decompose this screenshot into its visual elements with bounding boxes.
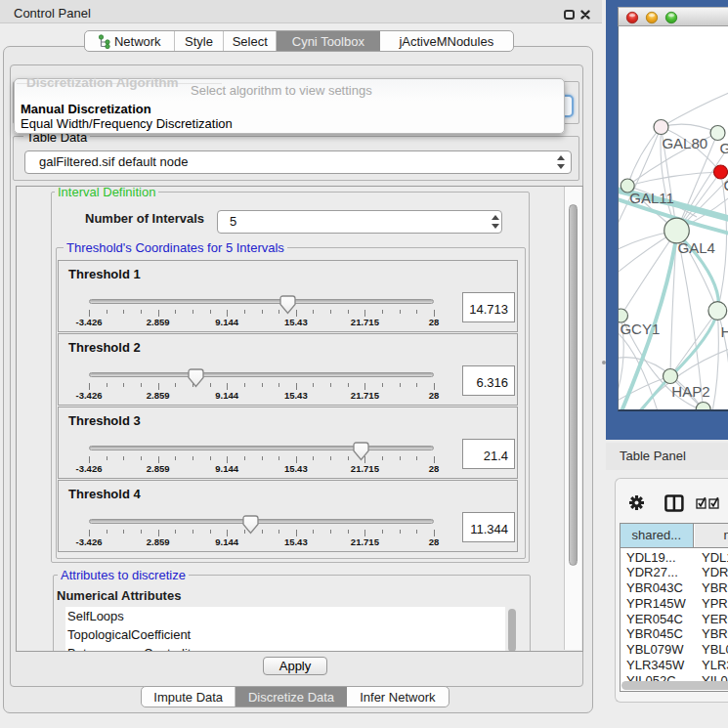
svg-text:C: C: [723, 177, 728, 193]
svg-text:GAL4: GAL4: [677, 239, 714, 256]
svg-text:HAP2: HAP2: [671, 383, 709, 400]
svg-text:H: H: [720, 323, 728, 340]
svg-text:GAL11: GAL11: [629, 190, 674, 206]
svg-text:GAL80: GAL80: [662, 135, 707, 151]
svg-text:GCY1: GCY1: [620, 321, 660, 337]
svg-text:GA: GA: [719, 140, 728, 156]
